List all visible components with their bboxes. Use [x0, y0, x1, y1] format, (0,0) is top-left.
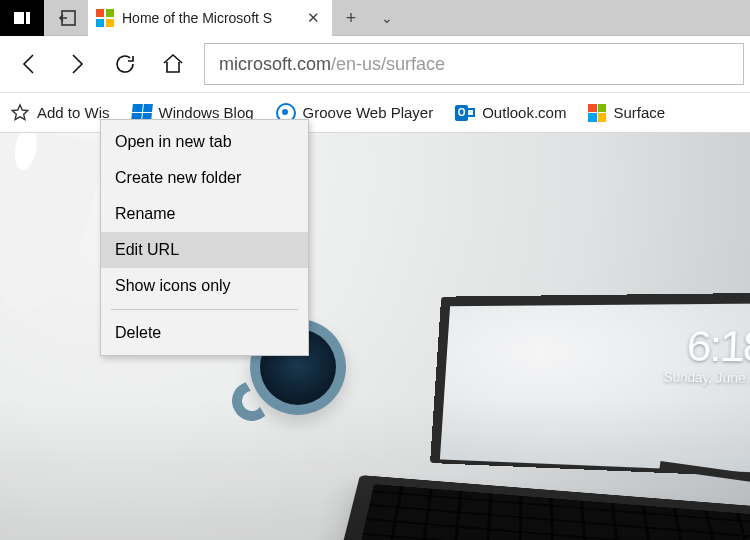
address-path: /en-us/surface: [331, 54, 445, 75]
ctx-delete[interactable]: Delete: [101, 315, 308, 351]
address-domain: microsoft.com: [219, 54, 331, 75]
svg-rect-1: [26, 12, 30, 24]
edge-window: Home of the Microsoft S ✕ + ⌄ microsoft.…: [0, 0, 750, 540]
set-aside-tabs-icon[interactable]: [44, 0, 88, 36]
ctx-create-folder[interactable]: Create new folder: [101, 160, 308, 196]
close-tab-icon[interactable]: ✕: [304, 9, 322, 27]
fav-outlook[interactable]: O Outlook.com: [455, 104, 566, 122]
back-button[interactable]: [6, 41, 52, 87]
star-icon: [10, 103, 30, 123]
fav-label: Outlook.com: [482, 104, 566, 121]
fav-label: Add to Wis: [37, 104, 110, 121]
lockscreen-date: Sunday, June 18: [664, 370, 750, 386]
browser-tab[interactable]: Home of the Microsoft S ✕: [88, 0, 333, 36]
address-bar[interactable]: microsoft.com/en-us/surface: [204, 43, 744, 85]
favorite-context-menu: Open in new tab Create new folder Rename…: [100, 119, 309, 356]
home-button[interactable]: [150, 41, 196, 87]
svg-rect-0: [14, 12, 24, 24]
task-view-icon[interactable]: [0, 0, 44, 36]
tab-title: Home of the Microsoft S: [122, 10, 296, 26]
new-tab-button[interactable]: +: [333, 0, 369, 36]
fav-surface[interactable]: Surface: [588, 104, 665, 122]
ctx-separator: [111, 309, 298, 310]
tab-chevron-down-icon[interactable]: ⌄: [369, 0, 405, 36]
vignette-shadow: [0, 400, 750, 540]
ms-logo-icon: [588, 104, 606, 122]
nav-bar: microsoft.com/en-us/surface: [0, 36, 750, 92]
fav-label: Groove Web Player: [303, 104, 434, 121]
lockscreen-time: 6:18: [664, 323, 750, 371]
lockscreen-clock: 6:18 Sunday, June 18: [664, 323, 750, 387]
ctx-rename[interactable]: Rename: [101, 196, 308, 232]
ctx-open-new-tab[interactable]: Open in new tab: [101, 124, 308, 160]
ctx-icons-only[interactable]: Show icons only: [101, 268, 308, 304]
ctx-edit-url[interactable]: Edit URL: [101, 232, 308, 268]
outlook-icon: O: [455, 104, 475, 122]
refresh-button[interactable]: [102, 41, 148, 87]
tab-strip: Home of the Microsoft S ✕ + ⌄: [0, 0, 750, 36]
forward-button[interactable]: [54, 41, 100, 87]
fav-label: Surface: [613, 104, 665, 121]
add-to-favorites-button[interactable]: Add to Wis: [10, 103, 110, 123]
ms-logo-icon: [96, 9, 114, 27]
